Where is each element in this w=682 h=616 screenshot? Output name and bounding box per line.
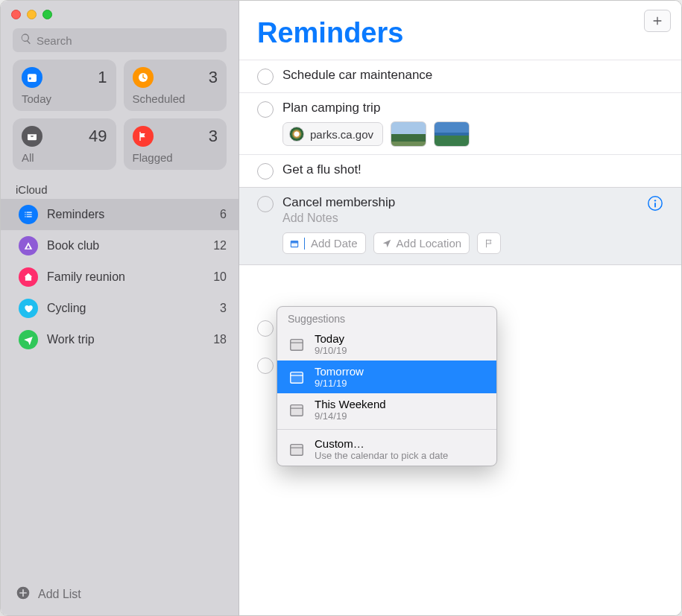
smart-card-scheduled[interactable]: 3 Scheduled bbox=[124, 60, 227, 111]
date-suggestions-popover: Suggestions Today 9/10/19 Tomorrow 9/11/… bbox=[277, 306, 497, 466]
suggestion-subtitle: 9/10/19 bbox=[315, 345, 347, 356]
complete-toggle[interactable] bbox=[257, 69, 274, 85]
info-button[interactable] bbox=[647, 195, 663, 212]
list-count: 12 bbox=[213, 239, 227, 253]
popover-header: Suggestions bbox=[277, 307, 496, 328]
list-item-family-reunion[interactable]: Family reunion 10 bbox=[1, 261, 239, 293]
list-name: Work trip bbox=[47, 333, 204, 346]
list-item-work-trip[interactable]: Work trip 18 bbox=[1, 324, 239, 355]
complete-toggle[interactable] bbox=[257, 196, 274, 212]
suggestion-title: Today bbox=[315, 332, 347, 345]
favicon-icon bbox=[289, 127, 304, 142]
window-controls bbox=[1, 1, 239, 25]
sidebar: 1 Today 3 Scheduled 49 All bbox=[1, 1, 239, 615]
reminder-row[interactable]: Plan camping trip parks.ca.gov bbox=[239, 92, 681, 154]
chip-row: Add Date Add Location bbox=[282, 232, 663, 254]
suggestion-title: Custom… bbox=[315, 437, 448, 450]
fullscreen-window-button[interactable] bbox=[42, 10, 52, 19]
reminder-title: Schedule car maintenance bbox=[282, 68, 663, 83]
complete-toggle[interactable] bbox=[257, 320, 274, 337]
smart-card-count: 3 bbox=[209, 68, 218, 87]
calendar-icon bbox=[288, 401, 306, 419]
search-input[interactable] bbox=[37, 34, 219, 47]
reminder-body: Plan camping trip parks.ca.gov bbox=[282, 101, 663, 147]
list-item-book-club[interactable]: Book club 12 bbox=[1, 230, 239, 261]
smart-card-today[interactable]: 1 Today bbox=[13, 60, 116, 111]
calendar-icon bbox=[288, 440, 306, 458]
main-header: Reminders bbox=[239, 1, 681, 49]
complete-toggle[interactable] bbox=[257, 101, 274, 118]
list-item-cycling[interactable]: Cycling 3 bbox=[1, 293, 239, 324]
suggestion-this-weekend[interactable]: This Weekend 9/14/19 bbox=[277, 393, 496, 426]
clock-icon bbox=[133, 67, 154, 88]
add-list-label: Add List bbox=[38, 588, 81, 601]
list-item-reminders[interactable]: Reminders 6 bbox=[1, 199, 239, 230]
account-header: iCloud bbox=[1, 179, 239, 199]
smart-card-count: 3 bbox=[209, 127, 218, 146]
smart-card-label: Scheduled bbox=[133, 92, 218, 105]
location-icon bbox=[382, 238, 392, 249]
list-count: 6 bbox=[220, 208, 227, 221]
suggestion-tomorrow[interactable]: Tomorrow 9/11/19 bbox=[277, 361, 496, 393]
suggestion-subtitle: 9/11/19 bbox=[315, 378, 364, 389]
chip-label: Add Date bbox=[311, 237, 358, 250]
flag-chip[interactable] bbox=[477, 232, 501, 254]
divider bbox=[277, 429, 496, 430]
smart-card-count: 49 bbox=[89, 127, 107, 146]
list-name: Reminders bbox=[47, 208, 211, 221]
plus-icon bbox=[651, 15, 663, 27]
attachment-image[interactable] bbox=[391, 121, 426, 147]
suggestion-subtitle: 9/14/19 bbox=[315, 410, 386, 422]
smart-card-label: Today bbox=[22, 92, 107, 105]
suggestion-title: Tomorrow bbox=[315, 365, 364, 378]
list-icon bbox=[19, 205, 38, 224]
reminder-row[interactable]: Schedule car maintenance bbox=[239, 60, 681, 92]
reminder-row-editing[interactable]: Cancel membership Add Notes Add Date Add… bbox=[239, 187, 681, 265]
minimize-window-button[interactable] bbox=[27, 10, 37, 19]
info-icon bbox=[647, 195, 663, 212]
suggestion-title: This Weekend bbox=[315, 398, 386, 410]
chip-label: Add Location bbox=[397, 237, 462, 250]
calendar-icon bbox=[289, 238, 300, 249]
suggestion-custom[interactable]: Custom… Use the calendar to pick a date bbox=[277, 433, 496, 466]
notes-placeholder[interactable]: Add Notes bbox=[282, 212, 663, 225]
smart-card-label: All bbox=[22, 151, 107, 164]
smart-card-flagged[interactable]: 3 Flagged bbox=[124, 118, 227, 170]
add-location-chip[interactable]: Add Location bbox=[373, 232, 470, 254]
search-wrap bbox=[1, 25, 239, 60]
attachment-image[interactable] bbox=[434, 121, 470, 147]
heart-icon bbox=[19, 299, 38, 318]
reminder-title: Cancel membership bbox=[282, 195, 663, 210]
plane-icon bbox=[19, 330, 38, 349]
reminder-title: Plan camping trip bbox=[282, 101, 663, 115]
suggestion-today[interactable]: Today 9/10/19 bbox=[277, 328, 496, 361]
add-list-button[interactable]: Add List bbox=[1, 577, 239, 615]
text-cursor bbox=[304, 238, 305, 250]
flag-outline-icon bbox=[484, 238, 494, 249]
smart-card-all[interactable]: 49 All bbox=[13, 118, 116, 170]
add-date-chip[interactable]: Add Date bbox=[282, 232, 366, 254]
attachment-link[interactable]: parks.ca.gov bbox=[282, 122, 383, 146]
complete-toggle[interactable] bbox=[257, 163, 274, 180]
page-title: Reminders bbox=[257, 17, 403, 49]
plus-circle-icon bbox=[16, 585, 31, 603]
lists-section: Reminders 6 Book club 12 Family reunion … bbox=[1, 199, 239, 577]
calendar-day-icon bbox=[22, 67, 42, 88]
list-name: Book club bbox=[47, 239, 204, 253]
search-icon bbox=[20, 33, 32, 48]
reminder-row[interactable]: Get a flu shot! bbox=[239, 154, 681, 187]
new-reminder-button[interactable] bbox=[644, 10, 671, 32]
list-count: 3 bbox=[220, 302, 227, 315]
attachment-link-label: parks.ca.gov bbox=[310, 128, 373, 141]
reminder-title: Get a flu shot! bbox=[282, 162, 663, 177]
smart-lists-grid: 1 Today 3 Scheduled 49 All bbox=[1, 60, 239, 179]
calendar-icon bbox=[288, 335, 306, 353]
complete-toggle[interactable] bbox=[257, 358, 274, 374]
flag-icon bbox=[133, 126, 154, 147]
house-icon bbox=[19, 267, 38, 287]
reminder-body: Cancel membership Add Notes Add Date Add… bbox=[282, 195, 663, 254]
search-field[interactable] bbox=[13, 28, 227, 52]
close-window-button[interactable] bbox=[11, 10, 21, 19]
reminders-list: Schedule car maintenance Plan camping tr… bbox=[239, 60, 681, 265]
suggestion-subtitle: Use the calendar to pick a date bbox=[315, 450, 448, 461]
